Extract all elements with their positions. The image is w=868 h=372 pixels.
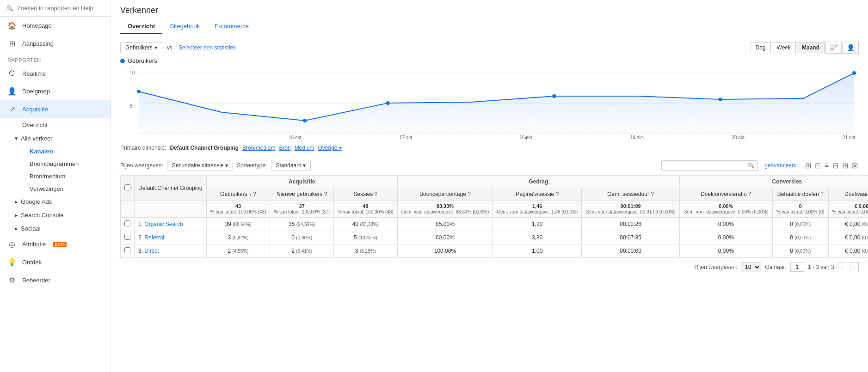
table-view-icons: ⊞ ⊡ ≡ ⊟ ⊞ ⊠: [804, 160, 859, 171]
sidebar-sub-sociaal[interactable]: ▸ Sociaal: [0, 222, 111, 235]
sidebar-item-acquisitie[interactable]: ↗ Acquisitie: [0, 100, 111, 118]
row1-checkbox[interactable]: [124, 220, 130, 226]
triangle-right-icon2: ▸: [15, 212, 18, 219]
info-icon8: ?: [820, 191, 824, 197]
sidebar-item-realtime[interactable]: ⏱ Realtime: [0, 65, 111, 82]
row2-bounce: 60,00%: [397, 231, 493, 244]
th-behaalde[interactable]: Behaalde doelen ?: [772, 188, 828, 201]
pagination-next-btn[interactable]: ›: [850, 262, 859, 272]
select-all-checkbox[interactable]: [124, 184, 130, 190]
primary-dim-label: Primaire dimensie:: [120, 145, 166, 151]
info-icon5: ?: [556, 191, 559, 197]
tab-sitegebruik[interactable]: Sitegebruik: [162, 19, 207, 34]
config-icon[interactable]: ⊞: [841, 160, 849, 171]
page-header: Verkenner Overzicht Sitegebruik E-commer…: [111, 0, 868, 34]
table-search-box[interactable]: 🔍: [661, 160, 758, 171]
row3-nieuwe: 2 (5,41%): [270, 244, 334, 258]
columns-icon[interactable]: ⊠: [851, 160, 859, 171]
secondary-dim-dropdown[interactable]: Secundaire dimensie ▾: [167, 160, 233, 171]
sidebar-sub-google-ads[interactable]: ▸ Google Ads: [0, 195, 111, 208]
totals-behaalde: 0 % van totaal: 0,00% (0): [772, 201, 828, 218]
sidebar-sub-alle-verkeer[interactable]: ▾ Alle verkeer: [0, 132, 111, 145]
row3-link[interactable]: Direct: [144, 248, 159, 254]
metric-dropdown[interactable]: Gebruikers ▾: [120, 42, 162, 53]
tab-overzicht[interactable]: Overzicht: [120, 19, 162, 34]
svg-point-8: [386, 101, 390, 105]
row3-behaalde: 0 (0,00%): [772, 244, 828, 258]
dim-overige[interactable]: Overige ▾: [318, 145, 341, 151]
th-sessies[interactable]: Sessies ?: [334, 188, 398, 201]
table-search-input[interactable]: [665, 162, 748, 169]
row3-gem-dur: 00:00:00: [582, 244, 680, 258]
row2-checkbox[interactable]: [124, 234, 130, 240]
sorteertype-dropdown[interactable]: Standaard ▾: [271, 160, 311, 171]
row2-nieuwe: 0 (0,00%): [270, 231, 334, 244]
row2-link[interactable]: Referral: [144, 234, 164, 241]
th-nieuwe-gebruikers[interactable]: Nieuwe gebruikers ?: [270, 188, 334, 201]
sidebar-item-label: Homepage: [22, 22, 52, 29]
sidebar-item-beheerder[interactable]: ⚙ Beheerder: [0, 271, 111, 289]
row2-gebruikers: 3 (6,82%): [206, 231, 270, 244]
totals-gem-dur: 00:01:09 Gem. voor dataweergave: 00:01:0…: [582, 201, 680, 218]
sidebar-item-attributie[interactable]: ◎ Attributie BETA: [0, 235, 111, 253]
totals-sessies: 48 % van totaal: 100,00% (48): [334, 201, 398, 218]
pagination: Rijen weergeven: 10 25 50 Ga naar: 1 - 3…: [111, 258, 868, 276]
select-stat-link[interactable]: Selecteer een statistiek: [179, 44, 236, 51]
grid-view-icon[interactable]: ⊞: [804, 160, 812, 171]
pagination-prev-btn[interactable]: ‹: [838, 262, 847, 272]
attributie-icon: ◎: [7, 240, 17, 249]
ontdek-icon: 💡: [7, 258, 17, 267]
sidebar-sub-overzicht[interactable]: Overzicht: [0, 118, 111, 132]
chart-area: Gebruikers ▾ vs. Selecteer een statistie…: [111, 34, 868, 140]
dim-bron[interactable]: Bron: [279, 145, 290, 151]
th-doel-conv[interactable]: Doelconversieratio ?: [679, 188, 772, 201]
legend-label: Gebruikers: [128, 57, 157, 64]
row3-doel-conv: 0,00%: [679, 244, 772, 258]
sidebar-item-ontdek[interactable]: 💡 Ontdek: [0, 253, 111, 271]
sidebar-item-homepage[interactable]: 🏠 Homepage: [0, 17, 111, 35]
date-btn-week[interactable]: Week: [772, 42, 796, 53]
row3-checkbox-cell: [121, 244, 135, 258]
sidebar-sub-bron-medium[interactable]: Bron/medium: [0, 170, 111, 183]
chart-type-line[interactable]: 📈: [825, 42, 842, 54]
search-bar[interactable]: 🔍: [0, 0, 111, 17]
sorteertype-label: Sorteertype:: [237, 162, 267, 169]
th-doelwaarde[interactable]: Doelwaarde ?: [828, 188, 868, 201]
sidebar-item-aanpassing[interactable]: ⊞ Aanpassing: [0, 35, 111, 53]
dimensions-bar: Primaire dimensie: Default Channel Group…: [111, 140, 868, 156]
date-btn-dag[interactable]: Dag: [751, 42, 771, 53]
row1-gebruikers: 39 (88,64%): [206, 218, 270, 231]
comparison-icon[interactable]: ⊡: [814, 160, 822, 171]
row1-doel-conv: 0,00%: [679, 218, 772, 231]
pagination-page-input[interactable]: [790, 262, 804, 272]
sidebar-sub-verwijzingen[interactable]: Verwijzingen: [0, 183, 111, 195]
sidebar-sub-kanalen[interactable]: Kanalen: [0, 145, 111, 158]
advanced-link[interactable]: geavanceerd: [764, 162, 796, 169]
row3-checkbox[interactable]: [124, 247, 130, 253]
th-bounce[interactable]: Bouncepercentage ?: [397, 188, 493, 201]
sidebar-item-doelgroep[interactable]: 👤 Doelgroep: [0, 82, 111, 100]
pivot-icon[interactable]: ⊟: [831, 160, 839, 171]
pagination-ga-label: Ga naar:: [765, 264, 787, 270]
svg-point-11: [852, 71, 856, 75]
th-pages[interactable]: Pagina's/sessie ?: [493, 188, 582, 201]
tab-ecommerce[interactable]: E-commerce: [207, 19, 256, 34]
date-btn-maand[interactable]: Maand: [797, 42, 825, 53]
bar-icon[interactable]: ≡: [824, 160, 830, 171]
search-input[interactable]: [17, 5, 104, 12]
page-tabs: Overzicht Sitegebruik E-commerce: [120, 19, 859, 34]
dim-medium[interactable]: Medium: [295, 145, 314, 151]
doelgroep-icon: 👤: [7, 87, 17, 96]
row3-pages: 1,00: [493, 244, 582, 258]
th-gem-sessieduur[interactable]: Gem. sessieduur ?: [582, 188, 680, 201]
dropdown-arrow-icon: ▾: [154, 44, 157, 51]
th-gebruikers[interactable]: Gebruikers ↓ ?: [206, 188, 270, 201]
chart-type-pie[interactable]: 👤: [843, 42, 859, 54]
main-content: Verkenner Overzicht Sitegebruik E-commer…: [111, 0, 868, 372]
sidebar-sub-search-console[interactable]: ▸ Search Console: [0, 208, 111, 222]
dim-bron-medium[interactable]: Bron/medium: [242, 145, 275, 151]
sidebar-sub-boomdiagrammen[interactable]: Boomdiagrammen: [0, 158, 111, 170]
pagination-rows-select[interactable]: 10 25 50: [741, 262, 761, 272]
dim-default-channel[interactable]: Default Channel Grouping: [170, 145, 239, 151]
row1-link[interactable]: Organic Search: [144, 221, 183, 227]
